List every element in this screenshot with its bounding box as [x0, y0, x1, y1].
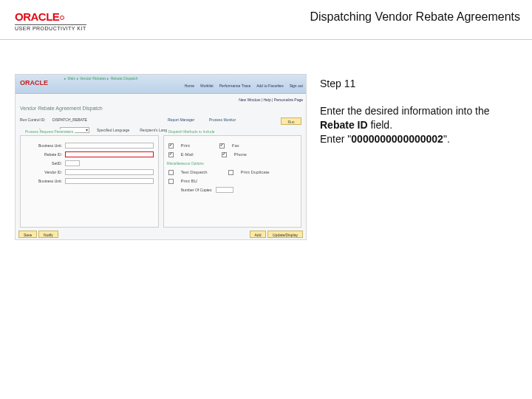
- process-monitor-link[interactable]: Process Monitor: [209, 117, 236, 122]
- nav-signout[interactable]: Sign out: [290, 83, 303, 88]
- specified-lang-label: Specified Language: [97, 128, 129, 132]
- panel-process-params-title: Process Request Parameters: [24, 129, 75, 134]
- vendor-field[interactable]: [65, 169, 154, 175]
- copies-label: Number Of Copies:: [168, 188, 213, 192]
- bu-label: Business Unit:: [25, 143, 62, 148]
- print-label: Print: [181, 143, 190, 148]
- test-dispatch-checkbox[interactable]: [168, 170, 174, 175]
- app-bottom-bar: Save Notify Add Update/Display: [16, 229, 306, 239]
- print-bu-checkbox[interactable]: [168, 179, 174, 184]
- phone-label: Phone: [234, 152, 247, 157]
- rebate-id-field[interactable]: [65, 151, 154, 157]
- instruction-line-2: Enter "0000000000000002".: [320, 132, 520, 146]
- run-id-value: DISPATCH_REBATE: [52, 117, 87, 122]
- print-checkbox[interactable]: [168, 143, 174, 149]
- entry-value: 0000000000000002: [351, 133, 443, 145]
- nav-worklist[interactable]: Worklist: [200, 83, 214, 88]
- page-title: Dispatching Vendor Rebate Agreements: [310, 10, 520, 24]
- nav-fav[interactable]: Add to Favorites: [256, 83, 283, 88]
- brand-logo: ORACLE: [15, 10, 86, 23]
- bu2-label: Business Unit:: [25, 179, 62, 183]
- notify-button[interactable]: Notify: [38, 231, 58, 238]
- bu2-field[interactable]: [65, 178, 154, 184]
- save-button[interactable]: Save: [18, 231, 37, 238]
- run-button[interactable]: Run: [281, 117, 301, 125]
- app-logo: ORACLE: [20, 79, 48, 86]
- instruction-line-1: Enter the desired information into the R…: [320, 104, 520, 132]
- brand-block: ORACLE USER PRODUCTIVITY KIT: [15, 10, 86, 31]
- app-top-links: Home Worklist Performance Trace Add to F…: [185, 83, 303, 88]
- update-display-button[interactable]: Update/Display: [267, 231, 303, 238]
- app-header: ORACLE ▸ Main ▸ Vendor Rebates ▸ Rebate …: [16, 75, 306, 94]
- print-dup-checkbox[interactable]: [228, 170, 233, 175]
- panel-dispatch-title: Dispatch Methods to Include: [167, 129, 216, 134]
- rebate-id-label: Rebate ID:: [25, 152, 62, 157]
- app-section-title: Vendor Rebate Agreement Dispatch: [20, 106, 103, 111]
- phone-checkbox[interactable]: [222, 152, 227, 157]
- report-manager-link[interactable]: Report Manager: [168, 117, 194, 122]
- print-dup-label: Print Duplicate: [241, 170, 270, 174]
- brand-subtext: USER PRODUCTIVITY KIT: [15, 24, 86, 31]
- fax-label: Fax: [232, 143, 239, 148]
- copies-field[interactable]: [216, 187, 233, 193]
- nav-perf[interactable]: Performance Trace: [219, 83, 251, 88]
- print-bu-label: Print BU: [181, 179, 197, 183]
- vendor-label: Vendor ID:: [25, 170, 62, 174]
- email-checkbox[interactable]: [168, 152, 174, 157]
- fax-checkbox[interactable]: [219, 143, 225, 149]
- brand-text: ORACLE: [15, 10, 59, 23]
- embedded-app-screenshot: ORACLE ▸ Main ▸ Vendor Rebates ▸ Rebate …: [15, 74, 307, 240]
- panel-process-params: Process Request Parameters Business Unit…: [20, 135, 159, 228]
- app-breadcrumb: ▸ Main ▸ Vendor Rebates ▸ Rebate Dispatc…: [64, 76, 138, 81]
- instruction-panel: Step 11 Enter the desired information in…: [320, 74, 520, 399]
- field-name-bold: Rebate ID: [320, 119, 368, 131]
- add-button[interactable]: Add: [250, 231, 267, 238]
- panel-dispatch-methods: Dispatch Methods to Include Print Fax E-…: [163, 135, 302, 228]
- setid-label: SetID:: [25, 161, 62, 166]
- page-header: ORACLE USER PRODUCTIVITY KIT Dispatching…: [0, 0, 532, 40]
- test-dispatch-label: Test Dispatch: [181, 170, 208, 174]
- nav-home[interactable]: Home: [185, 83, 194, 88]
- misc-options-title: Miscellaneous Options: [167, 161, 204, 166]
- brand-dot-icon: [60, 16, 64, 20]
- step-label: Step 11: [320, 77, 520, 91]
- email-label: E-Mail: [181, 152, 194, 157]
- run-id-label: Run Control ID:: [20, 117, 45, 122]
- bu-field[interactable]: [65, 143, 154, 149]
- app-utility-links[interactable]: New Window | Help | Personalize Page: [239, 95, 303, 104]
- setid-field[interactable]: [65, 160, 80, 166]
